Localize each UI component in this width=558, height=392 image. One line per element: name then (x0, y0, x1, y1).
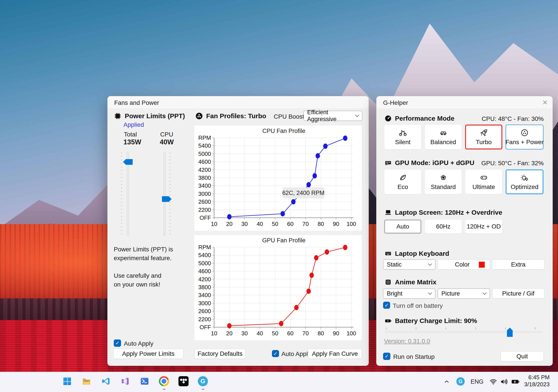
chrome-button[interactable] (157, 375, 171, 388)
warning-line: on your own risk! (114, 280, 173, 289)
tray-time: 6:45 PM (524, 374, 550, 381)
taskbar: G G ENG (0, 372, 558, 392)
auto-apply-fan-checkbox[interactable]: ✓ (272, 350, 279, 357)
factory-defaults-button[interactable]: Factory Defaults (194, 349, 245, 359)
anime-picture-gif-button[interactable]: Picture / Gif (492, 289, 544, 299)
svg-text:90: 90 (333, 330, 339, 337)
version-link[interactable]: Version: 0.31.0.0 (384, 338, 430, 345)
svg-text:RPM: RPM (198, 244, 211, 250)
screen-button-auto[interactable]: Auto (384, 219, 421, 234)
performance-button-balanced[interactable]: Balanced (425, 125, 462, 150)
gpu-button-eco[interactable]: Eco (384, 169, 421, 194)
wifi-button[interactable] (488, 377, 498, 386)
tidal-button[interactable] (177, 375, 190, 388)
gpu-fan-chart[interactable]: GPU Fan Profile102030405060708090100OFF2… (194, 235, 362, 341)
battery-charge-slider[interactable] (385, 331, 542, 333)
performance-button-turbo[interactable]: Turbo (465, 125, 502, 150)
cpu-power-slider[interactable] (164, 152, 166, 236)
visual-studio-icon (121, 377, 130, 386)
cpu-fan-chart[interactable]: CPU Fan Profile102030405060708090100OFF2… (194, 125, 362, 231)
apply-fan-curve-button[interactable]: Apply Fan Curve (308, 349, 362, 359)
svg-text:OFF: OFF (200, 215, 211, 221)
battery-slider-ticks (386, 327, 536, 329)
close-icon[interactable]: ✕ (540, 98, 550, 107)
svg-text:3000: 3000 (198, 191, 211, 197)
leaf-icon (399, 173, 407, 182)
chevron-down-icon (482, 291, 487, 295)
ghelper-taskbar-button[interactable]: G (196, 375, 209, 388)
gamepad-icon (480, 173, 488, 182)
apply-power-limits-button[interactable]: Apply Power Limits (113, 349, 183, 359)
svg-text:3000: 3000 (198, 300, 211, 307)
chevron-down-icon (355, 113, 359, 117)
turn-off-on-battery-checkbox[interactable]: ✓ (383, 302, 390, 309)
warning-line: experimental feature. (114, 254, 173, 263)
svg-text:3800: 3800 (198, 284, 211, 291)
auto-apply-power-checkbox[interactable]: ✓ (114, 340, 121, 347)
vscode-button[interactable] (99, 375, 113, 388)
anime-mode-select[interactable]: Picture (438, 289, 490, 299)
gpu-button-optimized[interactable]: Optimized (506, 169, 543, 194)
cpu-boost-value: Efficient Aggressive (307, 109, 356, 123)
svg-text:2200: 2200 (198, 316, 211, 323)
svg-text:30: 30 (241, 221, 248, 227)
svg-text:RPM: RPM (198, 134, 211, 141)
check-icon: ✓ (115, 340, 120, 346)
wifi-icon (489, 378, 497, 386)
keyboard-mode-select[interactable]: Static (383, 259, 435, 270)
svg-text:40: 40 (257, 221, 263, 227)
fan-icon (520, 129, 529, 137)
battery-button[interactable] (510, 377, 521, 386)
chevron-down-icon (428, 291, 432, 295)
svg-text:80: 80 (318, 330, 324, 337)
chevron-up-icon (443, 378, 450, 385)
language-indicator[interactable]: ENG (470, 377, 484, 386)
performance-button-fans-power[interactable]: Fans + Power (506, 125, 543, 150)
laptop-icon (384, 209, 392, 216)
run-on-startup-checkbox[interactable]: ✓ (383, 353, 390, 360)
chevron-down-icon (428, 262, 432, 266)
quit-button[interactable]: Quit (501, 351, 544, 361)
keyboard-icon (384, 250, 392, 257)
svg-text:30: 30 (241, 330, 248, 337)
tray-overflow-button[interactable] (442, 377, 452, 386)
bulb-gear-icon (520, 173, 529, 182)
gpu-button-standard[interactable]: Standard (425, 169, 462, 194)
svg-text:3400: 3400 (198, 292, 211, 298)
visual-studio-button[interactable] (119, 375, 132, 388)
gpu-temp-status: GPU: 50°C - Fan: 32% (481, 160, 544, 167)
cpu-boost-select[interactable]: Efficient Aggressive (303, 111, 362, 121)
svg-text:4600: 4600 (198, 158, 211, 165)
ghelper-window: G-Helper ✕ Performance Mode CPU: 48°C - … (376, 96, 553, 366)
performance-button-silent[interactable]: Silent (384, 125, 421, 150)
anime-brightness-select[interactable]: Bright (383, 289, 435, 299)
volume-button[interactable] (499, 377, 509, 386)
keyboard-color-button[interactable]: Color (438, 259, 490, 270)
svg-text:OFF: OFF (200, 324, 211, 331)
tidal-icon (178, 376, 189, 386)
laptop-screen-header: Laptop Screen: 120Hz + Overdrive (384, 209, 502, 216)
anime-matrix-header: Anime Matrix (384, 278, 436, 286)
run-on-startup-label: Run on Startup (393, 353, 435, 360)
start-button[interactable] (61, 375, 74, 388)
tray-ghelper-button[interactable]: G (456, 377, 465, 386)
total-value: 135W (123, 138, 141, 146)
svg-text:80: 80 (318, 221, 324, 227)
cpu-boost-label: CPU Boost (274, 113, 304, 120)
gpu-card-icon (384, 159, 392, 167)
clock[interactable]: 6:45 PM 3/18/2023 (524, 374, 550, 388)
file-explorer-button[interactable] (80, 375, 93, 388)
screen-button-60hz[interactable]: 60Hz (425, 219, 462, 234)
ghelper-title: G-Helper (383, 99, 408, 106)
fans-and-power-window: Fans and Power ✕ Power Limits (PPT) Appl… (107, 96, 369, 366)
total-power-slider-thumb[interactable] (123, 159, 133, 165)
powershell-button[interactable] (138, 375, 151, 388)
laptop-keyboard-header: Laptop Keyboard (384, 250, 449, 257)
car-icon (439, 129, 448, 137)
svg-text:60: 60 (287, 330, 294, 337)
cpu-slider-ticks (169, 153, 171, 235)
gpu-button-ultimate[interactable]: Ultimate (465, 169, 502, 194)
battery-charging-icon (511, 377, 520, 386)
screen-button-120hz-od[interactable]: 120Hz + OD (465, 219, 502, 234)
keyboard-extra-button[interactable]: Extra (492, 259, 544, 270)
